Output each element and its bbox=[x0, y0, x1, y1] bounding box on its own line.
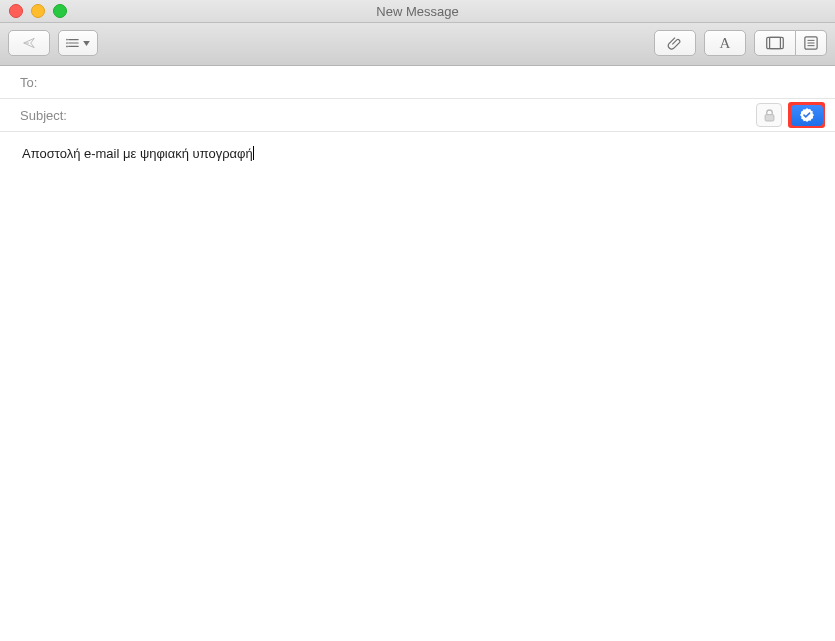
subject-label: Subject: bbox=[20, 108, 67, 123]
format-text-icon: A bbox=[720, 35, 731, 52]
body-text: Αποστολή e-mail με ψηφιακή υπογραφή bbox=[22, 146, 253, 161]
send-button[interactable] bbox=[8, 30, 50, 56]
header-fields: To: Subject: bbox=[0, 66, 835, 132]
close-window-button[interactable] bbox=[9, 4, 23, 18]
send-icon bbox=[19, 36, 39, 50]
lock-icon bbox=[764, 109, 775, 122]
toolbar: A bbox=[0, 23, 835, 66]
stationery-icon bbox=[804, 36, 818, 50]
svg-point-3 bbox=[66, 39, 68, 41]
attach-button[interactable] bbox=[654, 30, 696, 56]
subject-input[interactable] bbox=[73, 107, 756, 124]
titlebar: New Message bbox=[0, 0, 835, 23]
stationery-button[interactable] bbox=[796, 30, 827, 56]
svg-point-5 bbox=[66, 46, 68, 48]
header-fields-menu-icon bbox=[66, 37, 90, 49]
header-fields-button[interactable] bbox=[58, 30, 98, 56]
photo-browser-button[interactable] bbox=[754, 30, 796, 56]
security-controls bbox=[756, 102, 825, 128]
format-button[interactable]: A bbox=[704, 30, 746, 56]
to-label: To: bbox=[20, 75, 37, 90]
svg-point-4 bbox=[66, 42, 68, 44]
sign-toggle-highlight bbox=[788, 102, 825, 128]
window-controls bbox=[9, 4, 67, 18]
sign-toggle[interactable] bbox=[791, 105, 823, 126]
to-row: To: bbox=[0, 66, 835, 99]
photo-browser-icon bbox=[766, 36, 784, 50]
window-title: New Message bbox=[0, 4, 835, 19]
compose-window: New Message A bbox=[0, 0, 835, 641]
minimize-window-button[interactable] bbox=[31, 4, 45, 18]
encrypt-toggle[interactable] bbox=[756, 103, 782, 127]
svg-rect-12 bbox=[765, 114, 774, 120]
svg-rect-7 bbox=[770, 37, 781, 48]
message-body[interactable]: Αποστολή e-mail με ψηφιακή υπογραφή bbox=[0, 132, 835, 641]
sign-badge-icon bbox=[800, 108, 814, 122]
zoom-window-button[interactable] bbox=[53, 4, 67, 18]
media-group bbox=[754, 30, 827, 56]
subject-row: Subject: bbox=[0, 99, 835, 131]
paperclip-icon bbox=[667, 35, 683, 51]
text-cursor bbox=[253, 146, 254, 160]
to-input[interactable] bbox=[43, 74, 825, 91]
